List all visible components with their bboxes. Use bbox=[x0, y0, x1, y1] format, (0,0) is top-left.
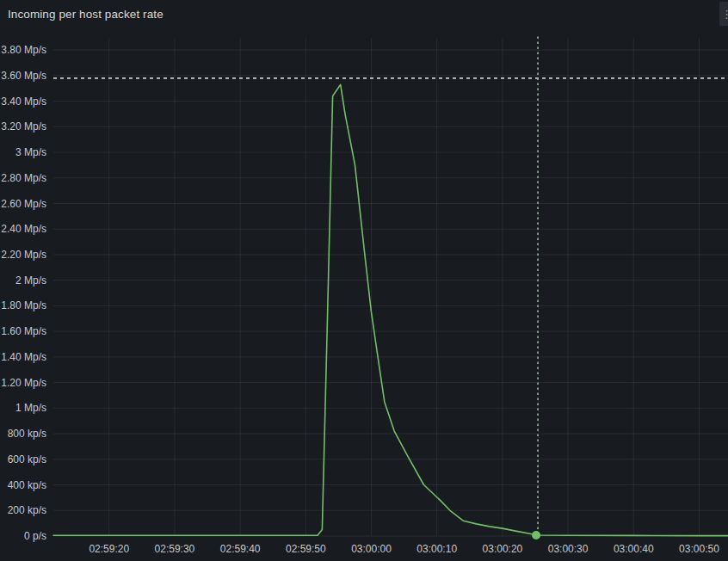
y-axis-tick-label: 3.80 Mp/s bbox=[1, 44, 46, 56]
y-axis-tick-label: 2 Mp/s bbox=[15, 274, 46, 287]
y-axis-tick-label: 1.80 Mp/s bbox=[1, 299, 46, 311]
grafana-panel: Incoming per host packet rate ⋮ 3.80 Mp/… bbox=[0, 0, 728, 561]
y-axis-tick-label: 2.20 Mp/s bbox=[1, 249, 46, 261]
y-axis-tick-label: 3 Mp/s bbox=[15, 146, 46, 158]
timeseries-chart[interactable]: 3.80 Mp/s3.60 Mp/s3.40 Mp/s3.20 Mp/s3 Mp… bbox=[0, 0, 728, 561]
x-axis-tick-label: 02:59:40 bbox=[220, 543, 261, 555]
y-axis-tick-label: 2.60 Mp/s bbox=[1, 198, 46, 210]
x-axis-tick-label: 03:00:00 bbox=[351, 543, 392, 555]
annotation-lines bbox=[53, 37, 728, 533]
y-axis-tick-label: 600 kp/s bbox=[8, 453, 46, 465]
panel-menu-button[interactable]: ⋮ bbox=[719, 2, 728, 26]
grid-lines bbox=[53, 38, 728, 536]
y-axis-tick-label: 1.60 Mp/s bbox=[1, 325, 46, 337]
x-axis-tick-label: 03:00:20 bbox=[483, 543, 523, 555]
y-axis-tick-label: 2.40 Mp/s bbox=[1, 223, 46, 235]
series-lines bbox=[53, 84, 728, 539]
y-axis-tick-label: 800 kp/s bbox=[8, 428, 46, 440]
y-axis-tick-label: 1 Mp/s bbox=[15, 402, 46, 414]
x-axis-tick-label: 03:00:30 bbox=[548, 543, 589, 555]
panel-header: Incoming per host packet rate ⋮ bbox=[0, 0, 728, 28]
y-axis-tick-label: 0 p/s bbox=[24, 530, 46, 542]
x-axis-tick-label: 03:00:10 bbox=[416, 543, 457, 555]
kebab-menu-icon: ⋮ bbox=[721, 9, 728, 20]
y-axis-tick-label: 200 kp/s bbox=[8, 504, 46, 516]
x-axis-tick-label: 03:00:50 bbox=[679, 543, 719, 555]
x-axis-tick-label: 02:59:20 bbox=[89, 543, 129, 555]
y-axis-tick-label: 3.60 Mp/s bbox=[1, 70, 46, 82]
x-axis-tick-label: 02:59:30 bbox=[155, 543, 195, 555]
y-axis-tick-label: 2.80 Mp/s bbox=[1, 172, 46, 184]
y-axis-tick-label: 1.40 Mp/s bbox=[1, 351, 46, 363]
hover-point-marker bbox=[532, 531, 540, 539]
x-axis-tick-label: 02:59:50 bbox=[286, 543, 326, 555]
panel-title[interactable]: Incoming per host packet rate bbox=[8, 8, 163, 21]
x-axis-tick-label: 03:00:40 bbox=[614, 543, 654, 555]
y-axis-tick-label: 1.20 Mp/s bbox=[1, 377, 46, 389]
y-axis-tick-label: 400 kp/s bbox=[8, 479, 46, 491]
y-axis-tick-label: 3.40 Mp/s bbox=[1, 96, 46, 108]
y-axis-tick-label: 3.20 Mp/s bbox=[1, 120, 46, 133]
